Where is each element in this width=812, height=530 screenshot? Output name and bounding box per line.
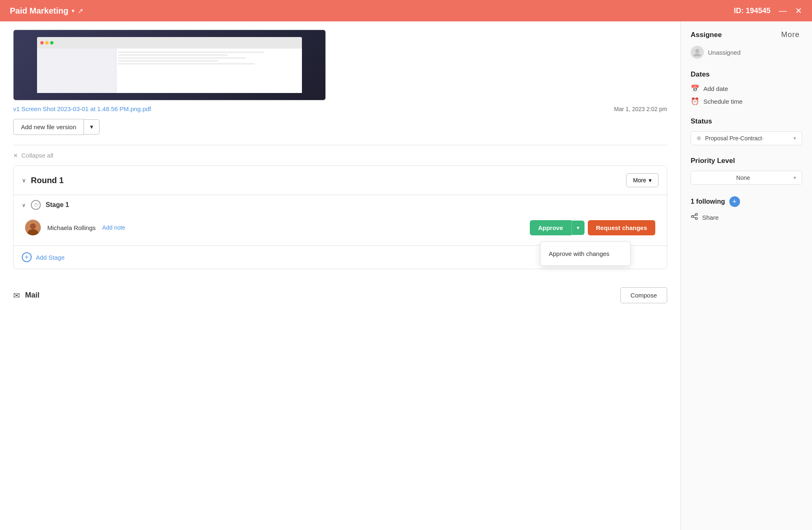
assignee-section-header: Assignee More (691, 30, 802, 40)
preview-mockup-top (37, 37, 302, 49)
person-icon (693, 48, 701, 56)
window-dot-green (50, 41, 53, 44)
preview-sidebar (37, 49, 116, 93)
reviewer-actions: Approve ▾ Request changes Approve with c… (530, 220, 655, 235)
add-stage-icon: + (22, 252, 32, 262)
request-changes-button[interactable]: Request changes (588, 220, 655, 235)
window-dot-red (40, 41, 44, 44)
stage-chevron-icon[interactable]: ∨ (22, 202, 26, 208)
minimize-button[interactable]: — (779, 6, 787, 16)
content-panel: v1 Screen Shot 2023-03-01 at 1.48.56 PM.… (0, 21, 680, 530)
collapse-icon: ✕ (13, 152, 18, 159)
share-svg-icon (691, 213, 698, 220)
assignee-section: Assignee More Unassigned (691, 30, 802, 59)
stage-section: ∨ ⏱ Stage 1 Michaela Rollings Add note (14, 195, 667, 245)
window-dot-yellow (45, 41, 49, 44)
priority-chevron-icon: ▾ (793, 175, 796, 181)
round-more-label: More (633, 177, 646, 184)
file-link[interactable]: v1 Screen Shot 2023-03-01 at 1.48.56 PM.… (13, 105, 151, 112)
assignee-name: Unassigned (708, 49, 740, 56)
schedule-time-label: Schedule time (703, 98, 742, 105)
preview-mockup-inner (37, 37, 302, 93)
svg-point-3 (695, 49, 699, 53)
priority-dropdown[interactable]: None ▾ (691, 171, 802, 185)
compose-button[interactable]: Compose (620, 287, 667, 303)
mail-label: Mail (25, 291, 39, 300)
following-add-button[interactable]: + (729, 196, 740, 207)
dates-title: Dates (691, 70, 710, 79)
priority-title: Priority Level (691, 157, 735, 165)
assignee-row[interactable]: Unassigned (691, 46, 802, 59)
schedule-time-row[interactable]: ⏰ Schedule time (691, 97, 802, 106)
file-date: Mar 1, 2023 2:02 pm (614, 106, 667, 112)
add-note-link[interactable]: Add note (102, 224, 125, 231)
close-button[interactable]: ✕ (795, 6, 802, 16)
svg-point-4 (694, 53, 701, 56)
following-section: 1 following + Share (691, 196, 802, 222)
mail-icon: ✉ (13, 291, 20, 300)
mail-section: ✉ Mail Compose (0, 279, 680, 311)
topbar-left: Paid Marketing ▾ ↗ (10, 6, 83, 16)
status-dot (697, 136, 701, 140)
collapse-all-button[interactable]: ✕ Collapse all (0, 145, 680, 165)
reviewer-name: Michaela Rollings (47, 224, 96, 231)
round-more-button[interactable]: More ▾ (626, 173, 659, 187)
assignee-more-button[interactable]: More (779, 30, 802, 40)
topbar-right: ID: 194545 — ✕ (734, 6, 802, 16)
file-preview-area: v1 Screen Shot 2023-03-01 at 1.48.56 PM.… (0, 21, 680, 135)
reviewer-row: Michaela Rollings Add note Approve ▾ Req… (22, 215, 659, 240)
stage-title: Stage 1 (46, 201, 69, 209)
priority-section: Priority Level None ▾ (691, 157, 802, 185)
alarm-icon: ⏰ (691, 97, 699, 106)
status-title: Status (691, 117, 712, 126)
share-label: Share (702, 214, 719, 221)
svg-point-5 (696, 214, 698, 216)
external-link-icon[interactable]: ↗ (78, 7, 83, 15)
round-title: Round 1 (31, 176, 64, 185)
reviewer-avatar (25, 220, 41, 235)
status-section-header: Status (691, 117, 802, 126)
svg-point-7 (696, 218, 698, 220)
stage-clock-icon: ⏱ (31, 200, 41, 210)
round-title-group: ∨ Round 1 (22, 176, 64, 185)
task-id: ID: 194545 (734, 7, 770, 15)
svg-line-9 (693, 217, 696, 218)
project-title[interactable]: Paid Marketing (10, 6, 68, 16)
approve-menu: Approve with changes (540, 242, 631, 266)
stage-header: ∨ ⏱ Stage 1 (22, 200, 659, 210)
round-header: ∨ Round 1 More ▾ (14, 166, 667, 195)
status-section: Status Proposal Pre-Contract· ▾ (691, 117, 802, 145)
svg-point-6 (691, 216, 694, 218)
file-preview-image (13, 30, 326, 100)
assignee-title: Assignee (691, 31, 722, 39)
add-version-button[interactable]: Add new file version (13, 119, 84, 135)
preview-content (116, 49, 302, 93)
assignee-avatar-icon (691, 46, 704, 59)
following-row: 1 following + (691, 196, 802, 207)
status-dropdown[interactable]: Proposal Pre-Contract· ▾ (691, 131, 802, 145)
calendar-icon: 📅 (691, 84, 699, 93)
collapse-all-label: Collapse all (21, 152, 53, 159)
preview-mockup-body (37, 49, 302, 93)
add-stage-label: Add Stage (36, 254, 65, 261)
approve-dropdown-button[interactable]: ▾ (571, 221, 585, 235)
dates-section: Dates 📅 Add date ⏰ Schedule time (691, 70, 802, 106)
title-chevron-icon[interactable]: ▾ (72, 7, 74, 14)
priority-section-header: Priority Level (691, 157, 802, 165)
svg-line-8 (693, 215, 696, 216)
share-row[interactable]: Share (691, 213, 802, 222)
right-sidebar: Assignee More Unassigned Dates 📅 Ad (680, 21, 812, 530)
add-version-dropdown-button[interactable]: ▼ (84, 119, 100, 135)
round-chevron-icon[interactable]: ∨ (22, 177, 26, 184)
round-section: ∨ Round 1 More ▾ ∨ ⏱ Stage 1 (13, 165, 667, 269)
file-actions: Add new file version ▼ (13, 119, 667, 135)
add-date-row[interactable]: 📅 Add date (691, 84, 802, 93)
approve-button[interactable]: Approve (530, 220, 571, 235)
share-icon (691, 213, 698, 222)
approve-with-changes-item[interactable]: Approve with changes (541, 244, 630, 263)
round-more-chevron-icon: ▾ (649, 177, 652, 184)
add-date-label: Add date (703, 85, 728, 92)
svg-point-1 (30, 223, 36, 229)
main-layout: v1 Screen Shot 2023-03-01 at 1.48.56 PM.… (0, 21, 812, 530)
mail-left: ✉ Mail (13, 291, 39, 300)
